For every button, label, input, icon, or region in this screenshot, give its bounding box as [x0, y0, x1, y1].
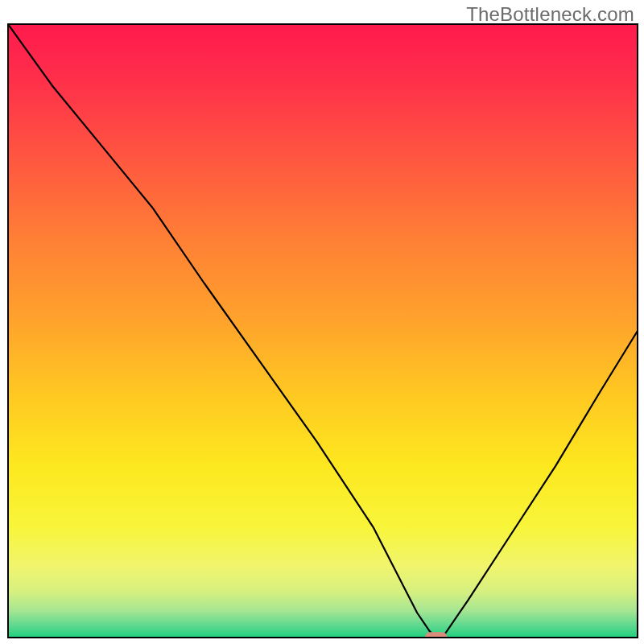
plot-area — [8, 24, 638, 643]
bottleneck-chart — [0, 0, 644, 644]
watermark-text: TheBottleneck.com — [466, 3, 634, 26]
heatmap-background — [8, 24, 638, 638]
